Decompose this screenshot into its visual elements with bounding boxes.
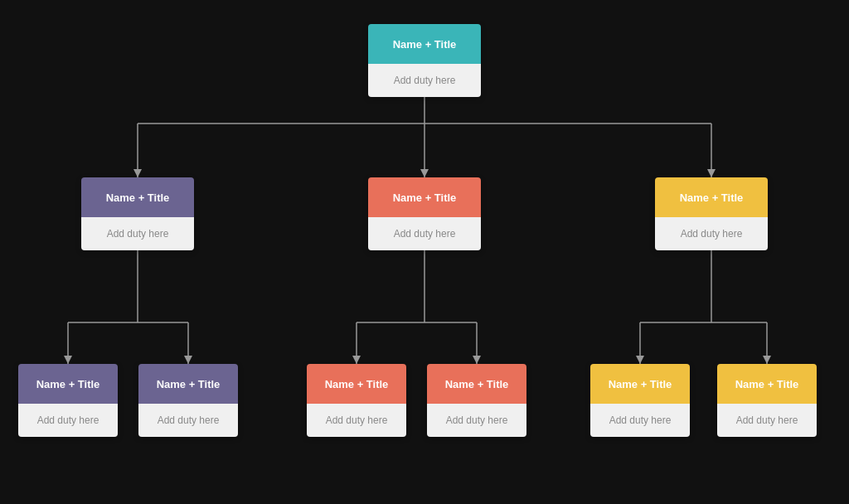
svg-marker-13 — [184, 356, 192, 364]
node-leaf-rr-header: Name + Title — [717, 364, 817, 404]
node-leaf-cl[interactable]: Name + Title Add duty here — [307, 364, 406, 437]
org-chart: Name + Title Add duty here Name + Title … — [10, 16, 839, 488]
svg-marker-25 — [763, 356, 771, 364]
node-mid-left-body: Add duty here — [81, 217, 194, 250]
node-leaf-rr[interactable]: Name + Title Add duty here — [717, 364, 817, 437]
svg-marker-24 — [636, 356, 644, 364]
node-leaf-rr-body: Add duty here — [717, 404, 817, 437]
svg-marker-5 — [133, 169, 142, 177]
svg-marker-7 — [707, 169, 716, 177]
node-root-header: Name + Title — [368, 24, 481, 64]
node-leaf-ll[interactable]: Name + Title Add duty here — [18, 364, 118, 437]
svg-marker-18 — [352, 356, 361, 364]
node-root-body: Add duty here — [368, 64, 481, 97]
node-mid-left-header: Name + Title — [81, 177, 194, 217]
node-leaf-ll-header: Name + Title — [18, 364, 118, 404]
node-leaf-rl[interactable]: Name + Title Add duty here — [590, 364, 690, 437]
node-mid-center[interactable]: Name + Title Add duty here — [368, 177, 481, 250]
node-leaf-cl-header: Name + Title — [307, 364, 406, 404]
svg-marker-19 — [473, 356, 481, 364]
node-leaf-cl-body: Add duty here — [307, 404, 406, 437]
node-leaf-lr-header: Name + Title — [138, 364, 238, 404]
node-root[interactable]: Name + Title Add duty here — [368, 24, 481, 97]
node-mid-center-body: Add duty here — [368, 217, 481, 250]
node-leaf-rl-header: Name + Title — [590, 364, 690, 404]
node-mid-right-body: Add duty here — [655, 217, 768, 250]
node-leaf-lr[interactable]: Name + Title Add duty here — [138, 364, 238, 437]
node-mid-right-header: Name + Title — [655, 177, 768, 217]
svg-marker-12 — [64, 356, 72, 364]
node-leaf-cr-body: Add duty here — [427, 404, 526, 437]
node-leaf-rl-body: Add duty here — [590, 404, 690, 437]
svg-marker-6 — [420, 169, 429, 177]
node-leaf-lr-body: Add duty here — [138, 404, 238, 437]
node-leaf-cr-header: Name + Title — [427, 364, 526, 404]
node-leaf-ll-body: Add duty here — [18, 404, 118, 437]
node-leaf-cr[interactable]: Name + Title Add duty here — [427, 364, 526, 437]
node-mid-center-header: Name + Title — [368, 177, 481, 217]
node-mid-right[interactable]: Name + Title Add duty here — [655, 177, 768, 250]
node-mid-left[interactable]: Name + Title Add duty here — [81, 177, 194, 250]
